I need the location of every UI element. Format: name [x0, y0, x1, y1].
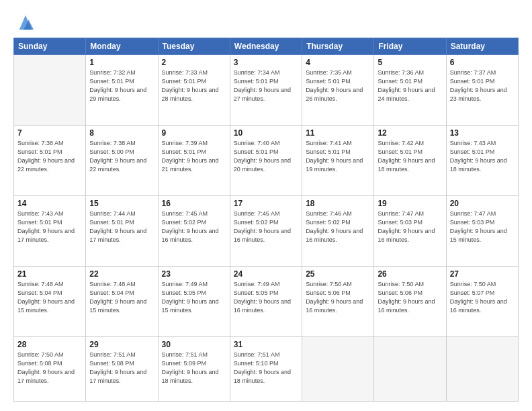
day-number: 2 — [162, 58, 226, 67]
day-info: Sunrise: 7:41 AMSunset: 5:01 PMDaylight:… — [306, 139, 370, 174]
calendar-cell: 15Sunrise: 7:44 AMSunset: 5:01 PMDayligh… — [86, 195, 158, 266]
day-number: 6 — [450, 58, 515, 67]
calendar-cell: 14Sunrise: 7:43 AMSunset: 5:01 PMDayligh… — [14, 195, 86, 266]
day-info: Sunrise: 7:50 AMSunset: 5:06 PMDaylight:… — [306, 280, 370, 315]
weekday-header: Friday — [374, 38, 446, 55]
day-number: 13 — [450, 128, 515, 138]
day-number: 31 — [234, 340, 298, 349]
week-row: 21Sunrise: 7:48 AMSunset: 5:04 PMDayligh… — [14, 266, 519, 336]
calendar-cell: 17Sunrise: 7:45 AMSunset: 5:02 PMDayligh… — [230, 195, 302, 266]
day-number: 14 — [17, 199, 82, 208]
day-info: Sunrise: 7:51 AMSunset: 5:09 PMDaylight:… — [162, 351, 226, 385]
day-info: Sunrise: 7:44 AMSunset: 5:01 PMDaylight:… — [89, 210, 154, 244]
calendar-cell: 13Sunrise: 7:43 AMSunset: 5:01 PMDayligh… — [446, 125, 518, 195]
day-number: 23 — [162, 269, 226, 279]
calendar-cell: 5Sunrise: 7:36 AMSunset: 5:01 PMDaylight… — [374, 55, 446, 126]
day-number: 12 — [378, 128, 442, 138]
day-info: Sunrise: 7:46 AMSunset: 5:02 PMDaylight:… — [306, 210, 370, 244]
day-info: Sunrise: 7:48 AMSunset: 5:04 PMDaylight:… — [89, 280, 154, 315]
day-info: Sunrise: 7:32 AMSunset: 5:01 PMDaylight:… — [89, 68, 154, 103]
calendar-cell: 2Sunrise: 7:33 AMSunset: 5:01 PMDaylight… — [158, 55, 230, 126]
day-number: 15 — [89, 199, 154, 208]
calendar-cell: 23Sunrise: 7:49 AMSunset: 5:05 PMDayligh… — [158, 266, 230, 336]
day-info: Sunrise: 7:39 AMSunset: 5:01 PMDaylight:… — [162, 139, 226, 174]
day-info: Sunrise: 7:35 AMSunset: 5:01 PMDaylight:… — [306, 68, 370, 103]
day-number: 27 — [450, 269, 515, 279]
day-info: Sunrise: 7:48 AMSunset: 5:04 PMDaylight:… — [17, 280, 82, 315]
weekday-header: Thursday — [302, 38, 374, 55]
day-number: 22 — [89, 269, 154, 279]
calendar-cell: 27Sunrise: 7:50 AMSunset: 5:07 PMDayligh… — [446, 266, 518, 336]
day-number: 18 — [306, 199, 370, 208]
calendar-cell: 24Sunrise: 7:49 AMSunset: 5:05 PMDayligh… — [230, 266, 302, 336]
day-info: Sunrise: 7:47 AMSunset: 5:03 PMDaylight:… — [378, 210, 442, 244]
weekday-header: Wednesday — [230, 38, 302, 55]
day-info: Sunrise: 7:40 AMSunset: 5:01 PMDaylight:… — [234, 139, 298, 174]
calendar-cell: 20Sunrise: 7:47 AMSunset: 5:03 PMDayligh… — [446, 195, 518, 266]
day-info: Sunrise: 7:50 AMSunset: 5:08 PMDaylight:… — [17, 351, 82, 385]
day-number: 20 — [450, 199, 515, 208]
week-row: 7Sunrise: 7:38 AMSunset: 5:01 PMDaylight… — [14, 125, 519, 195]
calendar-cell: 26Sunrise: 7:50 AMSunset: 5:06 PMDayligh… — [374, 266, 446, 336]
calendar-cell: 3Sunrise: 7:34 AMSunset: 5:01 PMDaylight… — [230, 55, 302, 126]
day-number: 21 — [17, 269, 82, 279]
calendar-cell: 9Sunrise: 7:39 AMSunset: 5:01 PMDaylight… — [158, 125, 230, 195]
week-row: 14Sunrise: 7:43 AMSunset: 5:01 PMDayligh… — [14, 195, 519, 266]
logo — [13, 12, 35, 31]
calendar-cell: 22Sunrise: 7:48 AMSunset: 5:04 PMDayligh… — [86, 266, 158, 336]
day-number: 25 — [306, 269, 370, 279]
weekday-header: Sunday — [14, 38, 86, 55]
calendar-cell: 29Sunrise: 7:51 AMSunset: 5:08 PMDayligh… — [86, 336, 158, 401]
week-row: 28Sunrise: 7:50 AMSunset: 5:08 PMDayligh… — [14, 336, 519, 401]
day-number: 1 — [89, 58, 154, 67]
day-info: Sunrise: 7:43 AMSunset: 5:01 PMDaylight:… — [450, 139, 515, 174]
day-number: 7 — [17, 128, 82, 138]
week-row: 1Sunrise: 7:32 AMSunset: 5:01 PMDaylight… — [14, 55, 519, 126]
day-number: 29 — [89, 340, 154, 349]
day-info: Sunrise: 7:45 AMSunset: 5:02 PMDaylight:… — [234, 210, 298, 244]
day-number: 10 — [234, 128, 298, 138]
calendar-cell: 31Sunrise: 7:51 AMSunset: 5:10 PMDayligh… — [230, 336, 302, 401]
weekday-header: Saturday — [446, 38, 518, 55]
day-info: Sunrise: 7:38 AMSunset: 5:00 PMDaylight:… — [89, 139, 154, 174]
calendar-cell — [302, 336, 374, 401]
day-number: 19 — [378, 199, 442, 208]
day-info: Sunrise: 7:34 AMSunset: 5:01 PMDaylight:… — [234, 68, 298, 103]
calendar-cell: 10Sunrise: 7:40 AMSunset: 5:01 PMDayligh… — [230, 125, 302, 195]
day-info: Sunrise: 7:51 AMSunset: 5:08 PMDaylight:… — [89, 351, 154, 385]
calendar-cell: 8Sunrise: 7:38 AMSunset: 5:00 PMDaylight… — [86, 125, 158, 195]
calendar-cell: 21Sunrise: 7:48 AMSunset: 5:04 PMDayligh… — [14, 266, 86, 336]
calendar-cell — [446, 336, 518, 401]
page: SundayMondayTuesdayWednesdayThursdayFrid… — [0, 0, 532, 411]
day-info: Sunrise: 7:50 AMSunset: 5:07 PMDaylight:… — [450, 280, 515, 315]
calendar-cell: 4Sunrise: 7:35 AMSunset: 5:01 PMDaylight… — [302, 55, 374, 126]
day-info: Sunrise: 7:38 AMSunset: 5:01 PMDaylight:… — [17, 139, 82, 174]
weekday-header: Monday — [86, 38, 158, 55]
day-number: 8 — [89, 128, 154, 138]
day-number: 24 — [234, 269, 298, 279]
day-info: Sunrise: 7:43 AMSunset: 5:01 PMDaylight:… — [17, 210, 82, 244]
calendar-cell: 18Sunrise: 7:46 AMSunset: 5:02 PMDayligh… — [302, 195, 374, 266]
day-info: Sunrise: 7:49 AMSunset: 5:05 PMDaylight:… — [234, 280, 298, 315]
day-info: Sunrise: 7:36 AMSunset: 5:01 PMDaylight:… — [378, 68, 442, 103]
day-number: 9 — [162, 128, 226, 138]
day-number: 17 — [234, 199, 298, 208]
day-info: Sunrise: 7:45 AMSunset: 5:02 PMDaylight:… — [162, 210, 226, 244]
day-number: 3 — [234, 58, 298, 67]
calendar-cell: 1Sunrise: 7:32 AMSunset: 5:01 PMDaylight… — [86, 55, 158, 126]
logo-icon — [16, 12, 35, 31]
day-info: Sunrise: 7:50 AMSunset: 5:06 PMDaylight:… — [378, 280, 442, 315]
calendar-cell: 19Sunrise: 7:47 AMSunset: 5:03 PMDayligh… — [374, 195, 446, 266]
day-number: 5 — [378, 58, 442, 67]
calendar-cell: 30Sunrise: 7:51 AMSunset: 5:09 PMDayligh… — [158, 336, 230, 401]
day-info: Sunrise: 7:49 AMSunset: 5:05 PMDaylight:… — [162, 280, 226, 315]
day-info: Sunrise: 7:33 AMSunset: 5:01 PMDaylight:… — [162, 68, 226, 103]
weekday-header: Tuesday — [158, 38, 230, 55]
calendar-table: SundayMondayTuesdayWednesdayThursdayFrid… — [13, 38, 519, 402]
day-number: 16 — [162, 199, 226, 208]
calendar-cell: 16Sunrise: 7:45 AMSunset: 5:02 PMDayligh… — [158, 195, 230, 266]
day-info: Sunrise: 7:51 AMSunset: 5:10 PMDaylight:… — [234, 351, 298, 385]
calendar-cell: 28Sunrise: 7:50 AMSunset: 5:08 PMDayligh… — [14, 336, 86, 401]
day-number: 4 — [306, 58, 370, 67]
day-info: Sunrise: 7:42 AMSunset: 5:01 PMDaylight:… — [378, 139, 442, 174]
